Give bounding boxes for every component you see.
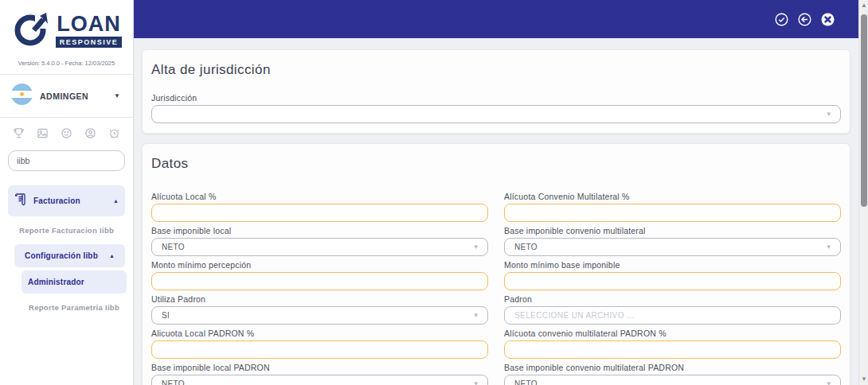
sidebar-item-label: Configuración Iibb xyxy=(25,251,98,260)
app-logo: LOAN RESPONSIVE xyxy=(0,0,133,52)
sidebar-item-reporte-parametria[interactable]: Reporte Parametria Iibb xyxy=(0,294,133,321)
datos-form: Alícuota Local % Alícuota Convenio Multi… xyxy=(151,192,841,385)
confirm-button[interactable] xyxy=(775,13,788,26)
alarm-clock-icon[interactable] xyxy=(108,127,120,139)
image-icon[interactable] xyxy=(37,127,49,139)
sidebar-item-facturacion[interactable]: Facturacion ▲ xyxy=(8,185,125,216)
field-label: Padron xyxy=(504,294,841,304)
scrollbar-thumb[interactable] xyxy=(861,14,867,207)
sidebar-item-administrador[interactable]: Administrador xyxy=(22,270,127,294)
field-label: Alícuota convenio multilateral PADRON % xyxy=(504,329,841,338)
close-button[interactable] xyxy=(821,13,835,26)
chevron-up-icon: ▲ xyxy=(109,253,115,259)
alicuota-convenio-input[interactable] xyxy=(504,204,841,222)
version-text: Versión: 5.4.0.0 - Fecha: 12/03/2025 xyxy=(0,60,133,67)
user-menu[interactable]: ADMINGEN ▼ xyxy=(0,75,133,117)
logo-subtitle: RESPONSIVE xyxy=(56,37,123,48)
alicuota-local-padron-input[interactable] xyxy=(151,340,488,359)
monto-minimo-base-input[interactable] xyxy=(504,272,841,290)
quick-icons xyxy=(0,118,133,144)
monto-minimo-percepcion-input[interactable] xyxy=(151,272,488,290)
chevron-down-icon: ▼ xyxy=(114,92,120,99)
field-label: Base imponible local xyxy=(151,226,488,235)
user-name: ADMINGEN xyxy=(40,91,114,101)
field-label: Utiliza Padron xyxy=(151,294,488,304)
chevron-down-icon: ▼ xyxy=(826,111,832,118)
field-label: Alícuota Convenio Multilateral % xyxy=(504,192,841,201)
chevron-down-icon: ▼ xyxy=(826,243,832,251)
sidebar-item-label: Administrador xyxy=(28,278,120,286)
loan-logo-icon xyxy=(11,8,53,52)
base-imponible-local-padron-select[interactable]: NETO ▼ xyxy=(151,375,488,385)
person-circle-icon[interactable] xyxy=(84,127,96,139)
user-avatar-flag xyxy=(11,84,33,108)
base-imponible-convenio-select[interactable]: NETO ▼ xyxy=(504,238,841,256)
jurisdiccion-title: Alta de jurisdicción xyxy=(151,62,841,78)
utiliza-padron-select[interactable]: SI ▼ xyxy=(151,306,488,325)
chevron-down-icon: ▼ xyxy=(826,380,832,385)
datos-title: Datos xyxy=(151,156,841,172)
jurisdiccion-label: Jurisdicción xyxy=(151,93,841,103)
search-input[interactable] xyxy=(8,150,125,171)
datos-card: Datos Alícuota Local % Alícuota Convenio… xyxy=(142,143,850,385)
sidebar: LOAN RESPONSIVE Versión: 5.4.0.0 - Fecha… xyxy=(0,0,134,385)
field-label: Alícuota Local % xyxy=(151,192,488,201)
padron-file-input[interactable] xyxy=(504,306,841,325)
field-label: Alicuota Local PADRON % xyxy=(151,329,488,338)
main-area: Alta de jurisdicción Jurisdicción ▼ Dato… xyxy=(134,0,868,385)
logo-title: LOAN xyxy=(57,14,121,35)
sidebar-item-reporte-facturacion[interactable]: Reporte Facturacion Iibb xyxy=(0,216,133,244)
chevron-down-icon: ▼ xyxy=(473,243,479,251)
field-label: Monto mínimo percepción xyxy=(151,260,488,270)
smiley-icon[interactable] xyxy=(61,127,72,139)
field-label: Base imponible convenio multilateral xyxy=(504,226,841,235)
field-label: Base imponible local PADRON xyxy=(151,363,488,372)
chevron-down-icon: ▼ xyxy=(473,312,479,319)
vertical-scrollbar[interactable]: ▲ ▼ xyxy=(858,0,868,385)
chevron-down-icon: ▼ xyxy=(473,380,479,385)
trophy-icon[interactable] xyxy=(13,127,25,139)
invoice-icon xyxy=(14,192,33,209)
field-label: Base imponible convenio multilateral PAD… xyxy=(504,363,841,372)
topbar xyxy=(134,0,858,38)
scroll-down-arrow[interactable]: ▼ xyxy=(859,374,868,385)
sidebar-menu: Facturacion ▲ Reporte Facturacion Iibb C… xyxy=(0,181,133,321)
back-button[interactable] xyxy=(798,13,811,26)
sidebar-item-label: Facturacion xyxy=(33,196,113,205)
alicuota-convenio-padron-input[interactable] xyxy=(504,340,841,359)
jurisdiccion-card: Alta de jurisdicción Jurisdicción ▼ xyxy=(142,49,850,134)
base-imponible-local-select[interactable]: NETO ▼ xyxy=(151,238,488,256)
sidebar-item-configuracion-iibb[interactable]: Configuración Iibb ▲ xyxy=(14,244,125,267)
scroll-up-arrow[interactable]: ▲ xyxy=(859,0,868,11)
alicuota-local-input[interactable] xyxy=(151,204,488,222)
jurisdiccion-select[interactable]: ▼ xyxy=(151,105,841,123)
base-imponible-convenio-padron-select[interactable]: NETO ▼ xyxy=(504,375,841,385)
chevron-up-icon: ▲ xyxy=(113,198,119,204)
field-label: Monto mínimo base imponible xyxy=(504,260,841,270)
